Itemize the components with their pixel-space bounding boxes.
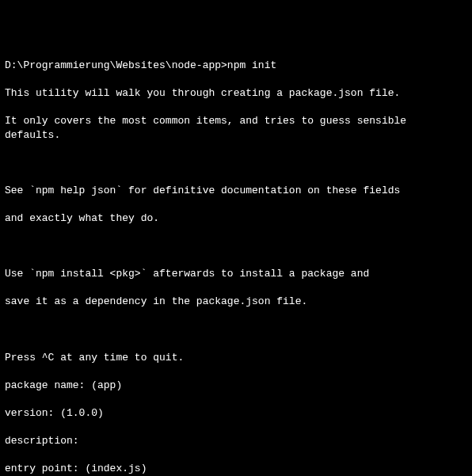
intro-line-4: and exactly what they do.: [5, 211, 467, 226]
field-version[interactable]: version: (1.0.0): [5, 406, 467, 421]
prompt-line: D:\Programmierung\Websites\node-app>npm …: [5, 59, 467, 73]
intro-line-3: See `npm help json` for definitive docum…: [5, 184, 467, 198]
prompt-command[interactable]: npm init: [227, 59, 276, 71]
intro-line-5: Use `npm install <pkg>` afterwards to in…: [5, 267, 467, 281]
intro-line-1: This utility will walk you through creat…: [5, 86, 467, 101]
blank-line: [5, 156, 467, 170]
field-entry-point[interactable]: entry point: (index.js): [5, 462, 467, 476]
blank-line: [5, 239, 467, 253]
field-package-name[interactable]: package name: (app): [5, 379, 467, 393]
intro-line-2: It only covers the most common items, an…: [5, 114, 467, 142]
intro-line-6: save it as a dependency in the package.j…: [5, 295, 467, 309]
blank-line: [5, 323, 467, 337]
field-description[interactable]: description:: [5, 434, 467, 448]
prompt-path: D:\Programmierung\Websites\node-app>: [5, 59, 227, 71]
intro-line-7: Press ^C at any time to quit.: [5, 351, 467, 365]
